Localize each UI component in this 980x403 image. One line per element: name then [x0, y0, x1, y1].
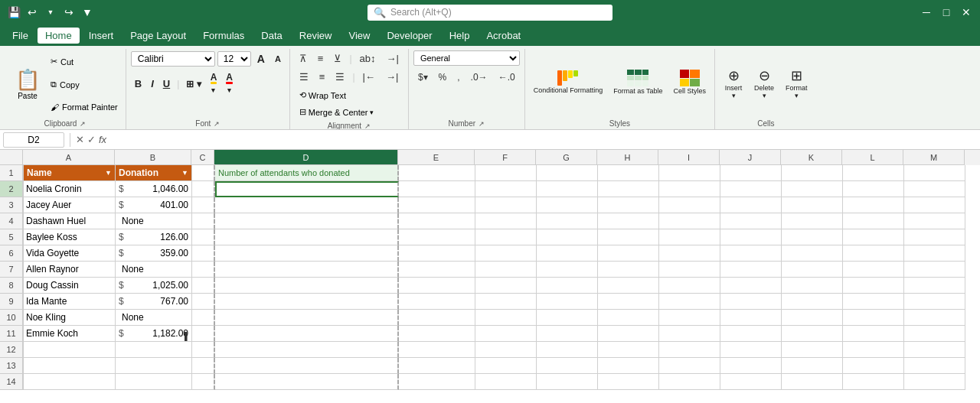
cell-a9[interactable]: Ida Mante	[24, 294, 116, 310]
cell-k3[interactable]	[782, 197, 843, 213]
cell-j4[interactable]	[720, 213, 782, 229]
col-header-c[interactable]: C	[191, 150, 214, 165]
font-name-select[interactable]: Calibri	[131, 51, 215, 67]
comma-button[interactable]: ,	[452, 70, 464, 85]
cell-f3[interactable]	[475, 197, 537, 213]
insert-cells-button[interactable]: ⊕ Insert ▾	[720, 64, 747, 102]
cell-a10[interactable]: Noe Kling	[24, 310, 116, 326]
cell-e5[interactable]	[399, 229, 475, 245]
cell-e1[interactable]	[399, 165, 475, 181]
cell-j2[interactable]	[720, 181, 782, 197]
cell-j14[interactable]	[720, 374, 782, 390]
borders-button[interactable]: ⊞ ▾	[182, 76, 204, 92]
cell-l5[interactable]	[843, 229, 904, 245]
cell-e2[interactable]	[399, 181, 475, 197]
cell-d11[interactable]	[215, 326, 399, 342]
cell-a13[interactable]	[24, 358, 116, 374]
cell-k1[interactable]	[782, 165, 843, 181]
cell-c4[interactable]	[192, 213, 215, 229]
cell-h8[interactable]	[598, 278, 659, 294]
cell-h3[interactable]	[598, 197, 659, 213]
row-header-13[interactable]: 13	[0, 358, 23, 374]
cell-k9[interactable]	[782, 294, 843, 310]
cell-i11[interactable]	[659, 326, 720, 342]
cell-d14[interactable]	[215, 374, 399, 390]
cell-e9[interactable]	[399, 294, 475, 310]
cell-c2[interactable]	[192, 181, 215, 197]
confirm-formula-icon[interactable]: ✓	[87, 134, 96, 145]
align-right-button[interactable]: ☰	[331, 69, 349, 85]
undo-dropdown-icon[interactable]: ▼	[43, 5, 58, 20]
cell-c8[interactable]	[192, 278, 215, 294]
cell-h14[interactable]	[598, 374, 659, 390]
cell-i12[interactable]	[659, 342, 720, 358]
cell-l9[interactable]	[843, 294, 904, 310]
save-icon[interactable]: 💾	[6, 5, 21, 20]
col-header-k[interactable]: K	[781, 150, 842, 165]
cell-g3[interactable]	[537, 197, 598, 213]
cell-b9[interactable]: $767.00	[116, 294, 192, 310]
cell-g2[interactable]	[537, 181, 598, 197]
col-header-a[interactable]: A	[23, 150, 115, 165]
cell-m1[interactable]	[904, 165, 965, 181]
col-header-l[interactable]: L	[842, 150, 903, 165]
cell-b13[interactable]	[116, 358, 192, 374]
col-header-e[interactable]: E	[398, 150, 475, 165]
cell-reference-input[interactable]	[3, 132, 64, 148]
menu-formulas[interactable]: Formulas	[195, 28, 252, 44]
cell-m10[interactable]	[904, 310, 965, 326]
menu-data[interactable]: Data	[253, 28, 289, 44]
cell-m14[interactable]	[904, 374, 965, 390]
cell-b7[interactable]: None	[116, 262, 192, 278]
indent-increase-button[interactable]: →|	[382, 50, 403, 67]
cell-l6[interactable]	[843, 245, 904, 262]
cell-b1[interactable]: Donation ▼	[116, 165, 192, 181]
undo-icon[interactable]: ↩	[24, 5, 40, 20]
cell-l3[interactable]	[843, 197, 904, 213]
row-header-3[interactable]: 3	[0, 197, 23, 213]
format-painter-button[interactable]: 🖌 Format Painter	[47, 102, 121, 112]
corner-cell[interactable]	[0, 150, 23, 165]
cell-h2[interactable]	[598, 181, 659, 197]
cell-d12[interactable]	[215, 342, 399, 358]
row-header-10[interactable]: 10	[0, 310, 23, 326]
font-expand-icon[interactable]: ↗	[214, 120, 220, 128]
fill-color-button[interactable]: A ▾	[207, 70, 221, 97]
align-center-button[interactable]: ≡	[315, 69, 330, 85]
cell-g12[interactable]	[537, 342, 598, 358]
cell-b8[interactable]: $1,025.00	[116, 278, 192, 294]
cell-d5[interactable]	[215, 229, 399, 245]
row-header-7[interactable]: 7	[0, 262, 23, 278]
cell-f13[interactable]	[475, 358, 537, 374]
cell-c14[interactable]	[192, 374, 215, 390]
cell-g5[interactable]	[537, 229, 598, 245]
cell-f9[interactable]	[475, 294, 537, 310]
cell-j9[interactable]	[720, 294, 782, 310]
cell-i3[interactable]	[659, 197, 720, 213]
accounting-button[interactable]: $▾	[413, 70, 433, 85]
cell-m7[interactable]	[904, 262, 965, 278]
customize-icon[interactable]: ▼	[80, 5, 95, 20]
merge-center-button[interactable]: ⊟ Merge & Center ▾	[295, 104, 379, 120]
cell-l12[interactable]	[843, 342, 904, 358]
menu-file[interactable]: File	[5, 28, 36, 44]
formula-input[interactable]	[109, 133, 977, 147]
close-icon[interactable]: ✕	[959, 5, 974, 20]
col-header-d[interactable]: D	[214, 150, 398, 165]
format-as-table-button[interactable]: Format as Table	[609, 67, 666, 98]
row-header-9[interactable]: 9	[0, 294, 23, 310]
col-header-m[interactable]: M	[903, 150, 965, 165]
cell-m8[interactable]	[904, 278, 965, 294]
menu-help[interactable]: Help	[442, 28, 478, 44]
cell-styles-button[interactable]: Cell Styles	[670, 67, 710, 98]
align-bottom-button[interactable]: ⊻	[329, 50, 346, 67]
cell-e3[interactable]	[399, 197, 475, 213]
cell-f12[interactable]	[475, 342, 537, 358]
menu-developer[interactable]: Developer	[379, 28, 439, 44]
cell-h7[interactable]	[598, 262, 659, 278]
cell-c12[interactable]	[192, 342, 215, 358]
cell-f4[interactable]	[475, 213, 537, 229]
menu-review[interactable]: Review	[292, 28, 340, 44]
underline-button[interactable]: U	[159, 76, 174, 92]
cell-l4[interactable]	[843, 213, 904, 229]
